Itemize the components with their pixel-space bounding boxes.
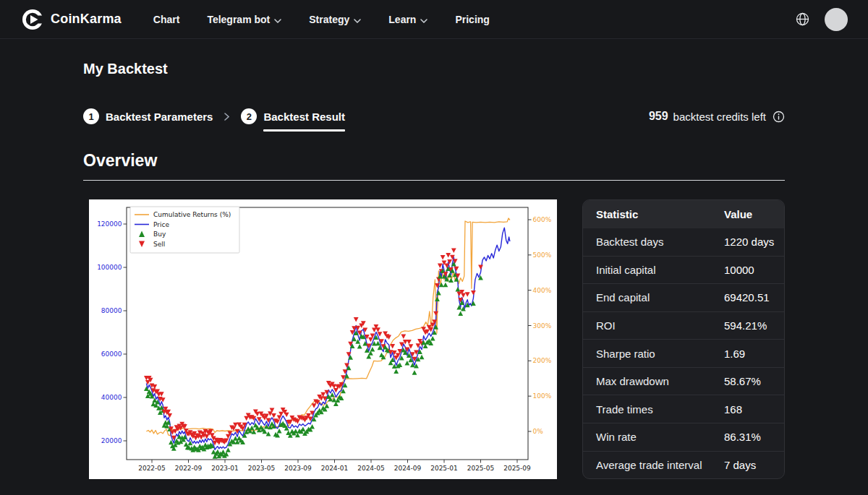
stat-label: End capital: [583, 291, 724, 304]
nav-item-learn[interactable]: Learn: [388, 13, 427, 25]
table-row: ROI 594.21%: [583, 311, 784, 340]
svg-text:2024-05: 2024-05: [357, 465, 385, 472]
stats-table-body: Backtest days 1220 days Initial capital …: [583, 228, 784, 478]
table-row: End capital 69420.51: [583, 283, 784, 311]
price-returns-figure: 200004000060000800001000001200000%100%20…: [89, 199, 557, 482]
chevron-down-icon: [354, 14, 361, 25]
top-nav: CoinKarma Chart Telegram bot Strategy Le…: [0, 0, 868, 39]
stat-label: Sharpe ratio: [583, 348, 724, 360]
stat-value: 86.31%: [724, 431, 784, 443]
info-icon[interactable]: [773, 111, 785, 123]
svg-text:Cumulative Returns (%): Cumulative Returns (%): [153, 211, 231, 218]
user-avatar[interactable]: [825, 8, 848, 31]
svg-text:2025-01: 2025-01: [430, 465, 458, 472]
table-row: Trade times 168: [583, 395, 784, 423]
stat-label: Backtest days: [583, 236, 724, 248]
page-title: My Backtest: [83, 61, 785, 77]
step-2-badge: 2: [241, 108, 257, 124]
svg-text:2025-05: 2025-05: [467, 465, 495, 472]
step-1-label: Backtest Parameters: [106, 111, 213, 123]
nav-item-chart[interactable]: Chart: [153, 14, 180, 25]
section-title: Overview: [83, 151, 785, 171]
stat-label: Initial capital: [583, 264, 724, 276]
table-row: Max drawdown 58.67%: [583, 367, 784, 395]
svg-text:60000: 60000: [101, 350, 122, 358]
credits-count: 959: [649, 110, 668, 123]
stats-table-header: Statistic Value: [583, 200, 784, 228]
step-backtest-result[interactable]: 2 Backtest Result: [241, 108, 345, 124]
svg-text:2023-05: 2023-05: [248, 465, 276, 472]
coinkarma-logo[interactable]: CoinKarma: [22, 9, 122, 30]
svg-text:2022-09: 2022-09: [175, 465, 203, 472]
svg-text:2023-01: 2023-01: [211, 465, 239, 472]
table-row: Initial capital 10000: [583, 256, 784, 284]
language-globe-icon[interactable]: [795, 12, 810, 27]
nav-item-pricing[interactable]: Pricing: [455, 14, 489, 25]
svg-text:120000: 120000: [97, 220, 122, 228]
stat-label: Max drawdown: [583, 375, 724, 387]
svg-text:Buy: Buy: [153, 231, 166, 238]
svg-text:400%: 400%: [533, 287, 552, 294]
stat-label: Average trade interval: [583, 459, 724, 471]
section-divider: [83, 180, 785, 181]
breadcrumb-stepper: 1 Backtest Parameters 2 Backtest Result: [83, 108, 345, 124]
stat-value: 10000: [724, 264, 784, 276]
backtest-credits: 959 backtest credits left: [649, 110, 785, 123]
stats-table: Statistic Value Backtest days 1220 days …: [582, 199, 785, 479]
table-row: Sharpe ratio 1.69: [583, 339, 784, 367]
stat-value: 58.67%: [724, 375, 784, 387]
stat-label: Win rate: [583, 431, 724, 443]
svg-text:0%: 0%: [533, 428, 544, 435]
main-content: My Backtest 1 Backtest Parameters 2 Back…: [0, 61, 868, 479]
stat-value: 594.21%: [724, 319, 784, 332]
svg-text:80000: 80000: [101, 307, 122, 314]
nav-item-strategy[interactable]: Strategy: [309, 13, 361, 25]
stat-value: 69420.51: [724, 291, 784, 304]
svg-text:2024-01: 2024-01: [321, 465, 349, 472]
stat-value: 1220 days: [724, 236, 784, 248]
svg-text:600%: 600%: [533, 216, 552, 223]
step-1-badge: 1: [83, 108, 99, 124]
svg-text:300%: 300%: [533, 322, 552, 330]
chevron-down-icon: [420, 14, 427, 25]
svg-text:100000: 100000: [97, 264, 122, 271]
nav-item-telegram-bot[interactable]: Telegram bot: [207, 13, 281, 25]
stat-value: 1.69: [724, 348, 784, 360]
svg-text:20000: 20000: [101, 437, 122, 444]
svg-text:40000: 40000: [101, 394, 122, 401]
svg-text:200%: 200%: [533, 357, 552, 364]
table-row: Average trade interval 7 days: [583, 451, 784, 479]
svg-text:2023-09: 2023-09: [284, 465, 312, 472]
svg-text:2022-05: 2022-05: [138, 465, 166, 472]
stat-label: Trade times: [583, 403, 724, 416]
logo-icon: [22, 9, 43, 30]
chevron-down-icon: [274, 14, 281, 25]
main-menu: Chart Telegram bot Strategy Learn Pricin…: [153, 13, 490, 25]
price-returns-plot: 200004000060000800001000001200000%100%20…: [89, 199, 557, 479]
brand-name: CoinKarma: [51, 12, 122, 27]
stat-label: ROI: [583, 319, 724, 332]
svg-text:2025-09: 2025-09: [503, 465, 531, 472]
table-row: Win rate 86.31%: [583, 423, 784, 451]
credits-label: backtest credits left: [673, 111, 766, 123]
column-statistic: Statistic: [583, 208, 724, 220]
svg-text:Price: Price: [153, 221, 169, 228]
stat-value: 168: [724, 403, 784, 416]
stat-value: 7 days: [724, 459, 784, 471]
step-2-label: Backtest Result: [263, 111, 345, 123]
column-value: Value: [724, 208, 784, 220]
backtest-chart: 200004000060000800001000001200000%100%20…: [89, 199, 557, 479]
table-row: Backtest days 1220 days: [583, 228, 784, 256]
step-backtest-parameters[interactable]: 1 Backtest Parameters: [83, 108, 213, 124]
svg-text:500%: 500%: [533, 251, 552, 259]
svg-text:Sell: Sell: [153, 241, 165, 248]
chevron-right-icon: [224, 113, 229, 121]
svg-text:2024-09: 2024-09: [394, 465, 422, 472]
svg-text:100%: 100%: [533, 392, 552, 400]
